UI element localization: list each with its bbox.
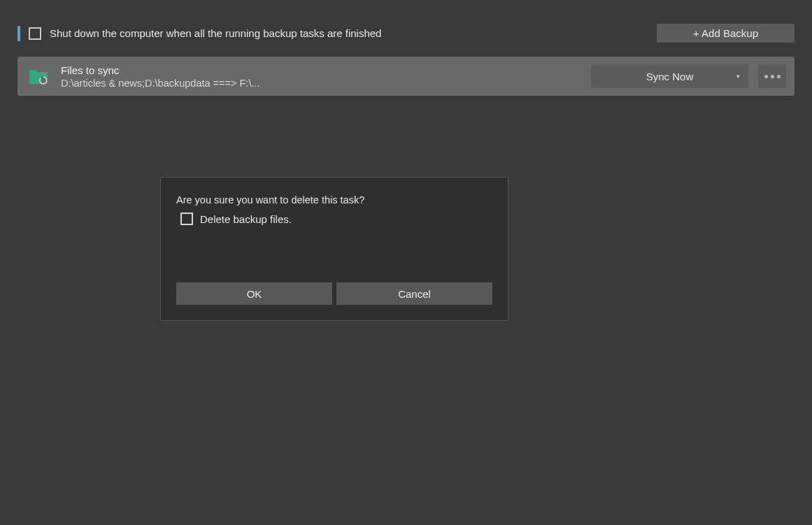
delete-files-row: Delete backup files. [180,213,492,225]
task-title: Files to sync [61,64,581,76]
sync-now-dropdown[interactable]: Sync Now ▾ [591,64,748,88]
task-info: Files to sync D:\articles & news;D:\back… [61,64,581,89]
delete-files-label: Delete backup files. [200,213,292,225]
shutdown-label: Shut down the computer when all the runn… [50,27,648,39]
cancel-button[interactable]: Cancel [336,282,492,305]
sync-folder-icon [26,64,51,89]
dot-icon [777,75,781,78]
shutdown-checkbox[interactable] [29,27,41,40]
delete-files-checkbox[interactable] [180,213,193,225]
dot-icon [764,75,768,78]
task-path: D:\articles & news;D:\backupdata ===> F:… [61,78,581,89]
dot-icon [771,75,774,78]
dialog-message: Are you sure you want to delete this tas… [176,194,492,206]
chevron-down-icon: ▾ [736,73,740,80]
dialog-button-row: OK Cancel [176,282,492,305]
backup-task-row[interactable]: Files to sync D:\articles & news;D:\back… [17,57,795,96]
add-backup-button[interactable]: + Add Backup [657,24,795,43]
top-bar: Shut down the computer when all the runn… [0,0,812,43]
sync-now-label: Sync Now [646,71,694,82]
ok-button[interactable]: OK [176,282,332,305]
active-indicator [17,26,20,41]
more-options-button[interactable] [758,64,786,88]
confirm-delete-dialog: Are you sure you want to delete this tas… [160,177,508,321]
